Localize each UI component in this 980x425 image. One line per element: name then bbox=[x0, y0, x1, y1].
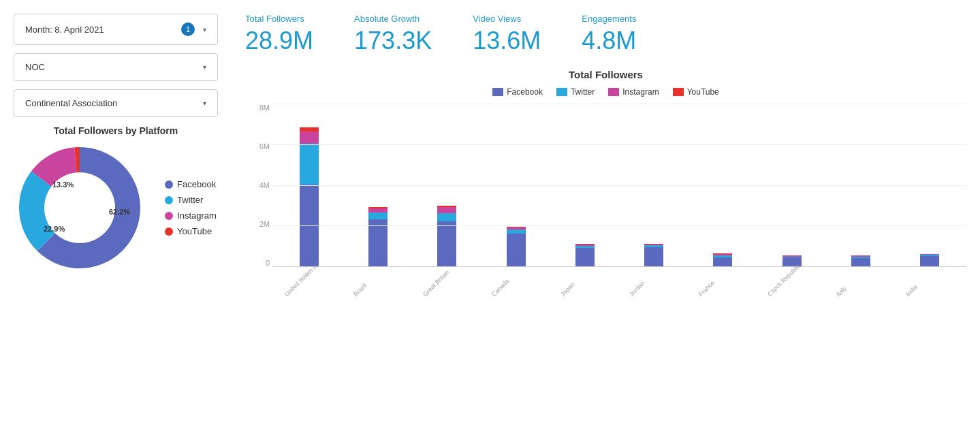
bar-chart-title: Total Followers bbox=[245, 69, 966, 80]
month-filter[interactable]: Month: 8. April 2021 1 ▾ bbox=[14, 14, 218, 45]
chart-legend-twitter: Twitter bbox=[556, 87, 595, 97]
youtube-label: YouTube bbox=[177, 226, 212, 236]
continental-filter[interactable]: Continental Association ▾ bbox=[14, 89, 218, 117]
instagram-dot bbox=[165, 212, 173, 220]
svg-text:13.3%: 13.3% bbox=[52, 180, 74, 189]
chart-legend-instagram: Instagram bbox=[608, 87, 659, 97]
donut-chart: 62.2% 22.9% 13.3% bbox=[15, 143, 144, 272]
instagram-label: Instagram bbox=[177, 210, 217, 221]
y-label-0: 0 bbox=[266, 259, 270, 267]
facebook-label: Facebook bbox=[177, 179, 216, 189]
bar-group bbox=[347, 104, 409, 266]
bar-group bbox=[829, 104, 891, 266]
y-label-2m: 2M bbox=[259, 220, 270, 228]
stat-total-followers: Total Followers 28.9M bbox=[245, 14, 313, 55]
twitter-dot bbox=[165, 196, 173, 204]
video-views-value: 13.6M bbox=[473, 27, 541, 55]
stat-engagements: Engagements 4.8M bbox=[582, 14, 636, 55]
chart-facebook-label: Facebook bbox=[507, 87, 543, 97]
legend-item-instagram: Instagram bbox=[165, 210, 217, 221]
y-label-6m: 6M bbox=[259, 142, 270, 151]
legend-item-youtube: YouTube bbox=[165, 226, 217, 236]
chart-facebook-rect bbox=[492, 88, 503, 96]
twitter-label: Twitter bbox=[177, 195, 203, 205]
right-panel: Total Followers 28.9M Absolute Growth 17… bbox=[232, 0, 980, 425]
stat-video-views: Video Views 13.6M bbox=[473, 14, 541, 55]
noc-filter-label: NOC bbox=[25, 62, 45, 72]
total-followers-value: 28.9M bbox=[245, 27, 313, 55]
facebook-dot bbox=[165, 180, 173, 189]
left-panel: Month: 8. April 2021 1 ▾ NOC ▾ Continent… bbox=[0, 0, 232, 425]
bars-area bbox=[272, 104, 966, 267]
month-chevron-icon: ▾ bbox=[203, 26, 206, 33]
total-followers-label: Total Followers bbox=[245, 14, 313, 24]
youtube-dot bbox=[165, 227, 173, 236]
month-filter-label: Month: 8. April 2021 bbox=[25, 25, 104, 35]
donut-legend: Facebook Twitter Instagram YouTube bbox=[165, 179, 217, 236]
bar-group bbox=[416, 104, 478, 266]
chart-instagram-label: Instagram bbox=[622, 87, 659, 97]
bar-chart-legend: Facebook Twitter Instagram YouTube bbox=[245, 87, 966, 97]
bar-chart-wrapper: 8M 6M 4M 2M 0 bbox=[245, 104, 966, 315]
chart-instagram-rect bbox=[608, 88, 619, 96]
bar-group bbox=[622, 104, 684, 266]
noc-filter[interactable]: NOC ▾ bbox=[14, 53, 218, 81]
chart-legend-facebook: Facebook bbox=[492, 87, 543, 97]
noc-chevron-icon: ▾ bbox=[203, 63, 206, 71]
engagements-label: Engagements bbox=[582, 14, 636, 24]
chart-twitter-rect bbox=[556, 88, 567, 96]
bar-chart-section: Total Followers Facebook Twitter Instagr… bbox=[245, 69, 966, 315]
bar-group bbox=[692, 104, 754, 266]
engagements-value: 4.8M bbox=[582, 27, 636, 55]
video-views-label: Video Views bbox=[473, 14, 541, 24]
stat-absolute-growth: Absolute Growth 173.3K bbox=[354, 14, 432, 55]
donut-section: Total Followers by Platform bbox=[14, 125, 218, 272]
donut-title: Total Followers by Platform bbox=[14, 125, 218, 136]
bar-group bbox=[554, 104, 616, 266]
absolute-growth-label: Absolute Growth bbox=[354, 14, 432, 24]
chart-youtube-label: YouTube bbox=[687, 87, 719, 97]
continental-chevron-icon: ▾ bbox=[203, 99, 206, 107]
y-label-4m: 4M bbox=[259, 181, 270, 189]
bar-group bbox=[485, 104, 547, 266]
absolute-growth-value: 173.3K bbox=[354, 27, 432, 55]
chart-twitter-label: Twitter bbox=[571, 87, 595, 97]
bar-group bbox=[761, 104, 823, 266]
svg-text:62.2%: 62.2% bbox=[109, 208, 130, 216]
legend-item-facebook: Facebook bbox=[165, 179, 217, 189]
bar-group bbox=[278, 104, 340, 266]
continental-filter-label: Continental Association bbox=[25, 98, 117, 108]
chart-youtube-rect bbox=[673, 88, 684, 96]
stats-row: Total Followers 28.9M Absolute Growth 17… bbox=[245, 14, 966, 55]
svg-text:22.9%: 22.9% bbox=[44, 225, 65, 233]
y-label-8m: 8M bbox=[259, 104, 270, 112]
month-filter-count: 1 bbox=[181, 22, 195, 36]
chart-legend-youtube: YouTube bbox=[673, 87, 719, 97]
legend-item-twitter: Twitter bbox=[165, 195, 217, 205]
bar-group bbox=[899, 104, 961, 266]
